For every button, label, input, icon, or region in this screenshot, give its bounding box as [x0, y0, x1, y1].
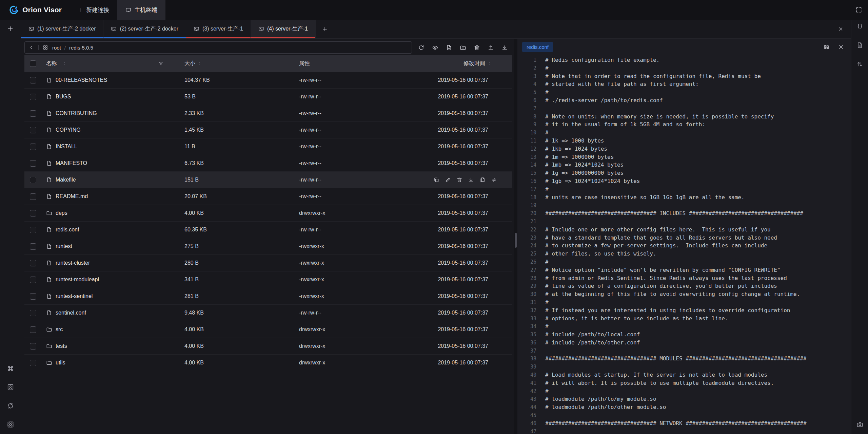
line-number: 11	[517, 137, 545, 145]
editor-close-button[interactable]	[838, 44, 844, 50]
file-row[interactable]: BUGS53 B-rw-rw-r--2019-05-16 00:07:37	[24, 89, 512, 105]
code-line: 1# Redis configuration file example.	[517, 56, 851, 64]
code-text: # it will abort. It is possible to use m…	[545, 380, 774, 386]
row-download-button[interactable]	[468, 177, 474, 183]
sort-name-button[interactable]	[63, 61, 66, 66]
file-row[interactable]: tests4.00 KBdrwxrwxr-x2019-05-16 00:07:3…	[24, 338, 512, 355]
line-number: 23	[517, 234, 545, 242]
file-row[interactable]: MANIFESTO6.73 KB-rw-rw-r--2019-05-16 00:…	[24, 155, 512, 172]
terminal-tab-3[interactable]: (3) server-生产-1	[186, 20, 251, 38]
sync-button[interactable]	[7, 402, 14, 410]
row-checkbox[interactable]	[30, 293, 36, 300]
back-button[interactable]	[29, 45, 34, 50]
editor-file-tab[interactable]: redis.conf	[522, 42, 553, 52]
contacts-button[interactable]	[7, 383, 14, 391]
line-number: 36	[517, 339, 545, 347]
row-edit-button[interactable]	[445, 177, 451, 183]
select-all-checkbox[interactable]	[30, 60, 36, 67]
file-size: 4.00 KB	[184, 338, 296, 354]
row-checkbox[interactable]	[30, 310, 36, 316]
row-checkbox[interactable]	[30, 326, 36, 333]
command-snippets-button[interactable]	[7, 365, 14, 372]
panel-splitter[interactable]	[514, 39, 517, 434]
row-checkbox[interactable]	[30, 77, 36, 83]
new-folder-button[interactable]	[460, 44, 466, 51]
row-checkbox[interactable]	[30, 193, 36, 200]
row-checkbox[interactable]	[30, 277, 36, 283]
line-number: 6	[517, 97, 545, 105]
file-row[interactable]: runtest275 B-rwxrwxr-x2019-05-16 00:07:3…	[24, 238, 512, 255]
file-row[interactable]: INSTALL11 B-rw-rw-r--2019-05-16 00:07:37	[24, 138, 512, 155]
file-row[interactable]: redis.conf60.35 KB-rw-rw-r--2019-05-16 0…	[24, 222, 512, 238]
add-terminal-tab-button[interactable]	[316, 20, 334, 38]
row-checkbox[interactable]	[30, 177, 36, 183]
row-checkbox[interactable]	[30, 227, 36, 233]
row-transfer-button[interactable]	[491, 177, 497, 183]
new-terminal-button[interactable]	[7, 25, 14, 32]
code-line: 26#	[517, 258, 851, 266]
breadcrumb-segment[interactable]: redis-5.0.5	[69, 45, 93, 51]
terminal-tab-2[interactable]: (2) server-生产-2 docker	[103, 20, 186, 38]
sort-mtime-button[interactable]	[488, 61, 491, 66]
fullscreen-button[interactable]	[855, 6, 862, 13]
file-row[interactable]: src4.00 KBdrwxrwxr-x2019-05-16 00:07:37	[24, 321, 512, 338]
close-all-tabs-button[interactable]	[830, 20, 851, 38]
transfer-list-button[interactable]	[856, 61, 863, 68]
row-checkbox[interactable]	[30, 360, 36, 366]
json-view-button[interactable]	[856, 23, 863, 30]
download-button[interactable]	[501, 44, 508, 51]
row-checkbox[interactable]	[30, 127, 36, 133]
file-row[interactable]: CONTRIBUTING2.33 KB-rw-rw-r--2019-05-16 …	[24, 105, 512, 122]
row-checkbox[interactable]	[30, 210, 36, 216]
host-terminal-tab[interactable]: 主机终端	[117, 0, 165, 20]
file-row[interactable]: deps4.00 KBdrwxrwxr-x2019-05-16 00:07:37	[24, 205, 512, 222]
file-row[interactable]: 00-RELEASENOTES104.37 KB-rw-rw-r--2019-0…	[24, 72, 512, 89]
row-checkbox[interactable]	[30, 243, 36, 250]
file-row[interactable]: runtest-sentinel281 B-rwxrwxr-x2019-05-1…	[24, 288, 512, 305]
terminal-tab-4[interactable]: (4) server-生产-1	[251, 20, 316, 38]
new-connection-button[interactable]: 新建连接	[69, 0, 117, 20]
row-checkbox[interactable]	[30, 110, 36, 117]
chevron-left-icon	[29, 45, 34, 50]
file-list-button[interactable]	[856, 42, 863, 49]
file-row[interactable]: sentinel.conf9.48 KB-rw-rw-r--2019-05-16…	[24, 305, 512, 321]
line-number: 40	[517, 371, 545, 379]
sort-size-button[interactable]	[198, 61, 201, 66]
scrollbar-thumb[interactable]	[515, 233, 517, 248]
filter-name-button[interactable]	[158, 61, 163, 66]
line-number: 33	[517, 315, 545, 323]
row-checkbox[interactable]	[30, 144, 36, 150]
file-row[interactable]: README.md20.07 KB-rw-rw-r--2019-05-16 00…	[24, 188, 512, 205]
row-checkbox[interactable]	[30, 260, 36, 266]
code-line: 27# Notice option "include" won't be rew…	[517, 266, 851, 274]
new-file-button[interactable]	[446, 44, 452, 51]
delete-icon	[456, 177, 462, 183]
delete-button[interactable]	[474, 44, 480, 51]
row-duplicate-button[interactable]	[479, 177, 486, 183]
file-row[interactable]: COPYING1.45 KB-rw-rw-r--2019-05-16 00:07…	[24, 122, 512, 138]
show-hidden-button[interactable]	[432, 44, 438, 51]
row-checkbox[interactable]	[30, 343, 36, 350]
code-text: # started with the file path as first ar…	[545, 81, 699, 87]
file-row[interactable]: utils4.00 KBdrwxrwxr-x2019-05-16 00:07:3…	[24, 355, 512, 371]
code-text: # 1m => 1000000 bytes	[545, 154, 614, 160]
breadcrumb-segment[interactable]: root	[52, 45, 61, 51]
line-number: 17	[517, 186, 545, 194]
row-checkbox[interactable]	[30, 160, 36, 167]
terminal-tab-1[interactable]: (1) server-生产-2 docker	[21, 20, 103, 38]
file-row[interactable]: runtest-moduleapi341 B-rwxrwxr-x2019-05-…	[24, 271, 512, 288]
settings-button[interactable]	[7, 421, 14, 428]
file-row[interactable]: Makefile151 B-rw-rw-r--	[24, 172, 512, 188]
screenshot-button[interactable]	[856, 421, 863, 428]
upload-button[interactable]	[488, 44, 494, 51]
code-text: # 1gb => 1024*1024*1024 bytes	[545, 178, 640, 184]
row-checkbox[interactable]	[30, 94, 36, 100]
row-copy-button[interactable]	[433, 177, 439, 183]
file-icon	[46, 310, 52, 316]
file-attr: -rw-rw-r--	[296, 305, 397, 321]
file-row[interactable]: runtest-cluster280 B-rwxrwxr-x2019-05-16…	[24, 255, 512, 271]
save-button[interactable]	[823, 44, 830, 50]
refresh-button[interactable]	[418, 44, 425, 51]
code-editor[interactable]: 1# Redis configuration file example.2#3#…	[517, 55, 851, 434]
row-delete-button[interactable]	[456, 177, 462, 183]
